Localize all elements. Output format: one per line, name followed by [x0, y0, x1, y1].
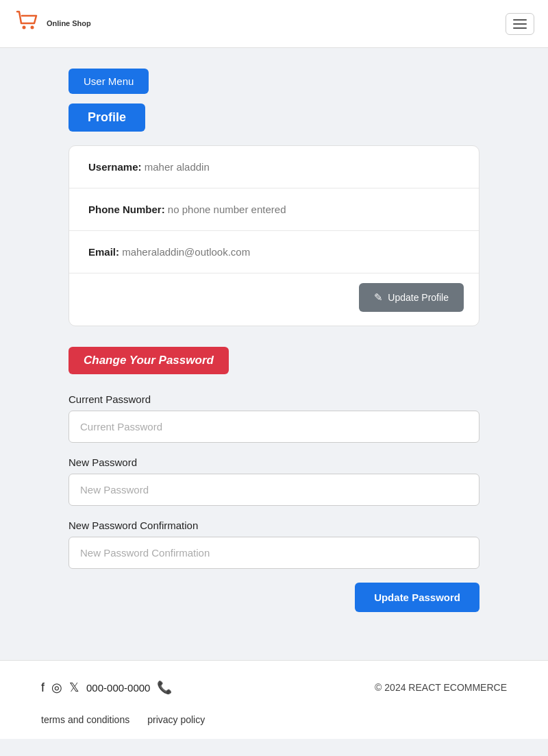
- confirm-password-section: New Password Confirmation: [68, 520, 480, 569]
- current-password-label: Current Password: [68, 393, 480, 405]
- svg-point-0: [23, 26, 26, 29]
- email-value: maheraladdin@outlook.com: [122, 246, 250, 258]
- footer-links: terms and conditions privacy policy: [41, 707, 507, 725]
- change-password-badge: Change Your Password: [68, 347, 229, 374]
- hamburger-line-3: [513, 27, 527, 29]
- phone-number: 000-000-0000: [86, 682, 150, 694]
- email-label: Email:: [88, 246, 119, 258]
- email-row: Email: maheraladdin@outlook.com: [69, 231, 479, 273]
- change-password-section: Change Your Password Current Password Ne…: [68, 347, 480, 612]
- username-row: Username: maher aladdin: [69, 146, 479, 188]
- svg-point-1: [31, 26, 34, 29]
- username-value: maher aladdin: [145, 161, 210, 173]
- twitter-icon: 𝕏: [69, 680, 79, 695]
- terms-link[interactable]: terms and conditions: [41, 714, 129, 725]
- new-password-section: New Password: [68, 456, 480, 506]
- confirm-password-input[interactable]: [68, 537, 480, 569]
- instagram-icon: ◎: [51, 680, 62, 695]
- hamburger-line-2: [513, 23, 527, 25]
- main-content: User Menu Profile Username: maher aladdi…: [0, 48, 548, 633]
- update-profile-label: Update Profile: [388, 292, 449, 303]
- current-password-input[interactable]: [68, 411, 480, 443]
- confirm-password-label: New Password Confirmation: [68, 520, 480, 531]
- username-label: Username:: [88, 161, 142, 173]
- update-profile-button[interactable]: ✎ Update Profile: [359, 283, 464, 312]
- edit-icon: ✎: [374, 291, 383, 304]
- profile-button[interactable]: Profile: [68, 103, 145, 132]
- facebook-icon: f: [41, 681, 45, 695]
- footer-social: f ◎ 𝕏 000-000-0000 📞: [41, 680, 172, 695]
- logo: Online Shop: [14, 8, 91, 39]
- logo-text: Online Shop: [47, 19, 91, 28]
- navbar: Online Shop: [0, 0, 548, 48]
- phone-label: Phone Number:: [88, 204, 165, 215]
- phone-icon: 📞: [157, 680, 172, 695]
- phone-row: Phone Number: no phone number entered: [69, 188, 479, 231]
- user-menu-button[interactable]: User Menu: [68, 69, 149, 94]
- footer: f ◎ 𝕏 000-000-0000 📞 © 2024 REACT ECOMME…: [0, 660, 548, 739]
- new-password-label: New Password: [68, 456, 480, 468]
- profile-card-footer: ✎ Update Profile: [69, 273, 479, 326]
- cart-icon: [14, 8, 41, 39]
- footer-copyright: © 2024 REACT ECOMMERCE: [375, 682, 507, 693]
- phone-value: no phone number entered: [168, 204, 286, 215]
- profile-card: Username: maher aladdin Phone Number: no…: [68, 145, 480, 326]
- footer-top: f ◎ 𝕏 000-000-0000 📞 © 2024 REACT ECOMME…: [41, 680, 507, 695]
- update-password-button[interactable]: Update Password: [355, 583, 480, 612]
- hamburger-line-1: [513, 19, 527, 21]
- current-password-section: Current Password: [68, 393, 480, 443]
- hamburger-button[interactable]: [506, 13, 534, 35]
- privacy-link[interactable]: privacy policy: [147, 714, 205, 725]
- new-password-input[interactable]: [68, 474, 480, 506]
